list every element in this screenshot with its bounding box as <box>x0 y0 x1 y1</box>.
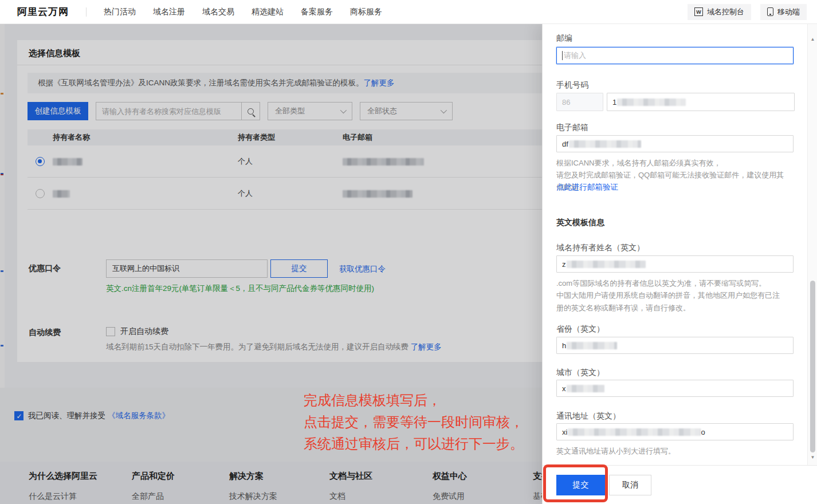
icann-notice-text: 根据《互联网域名管理办法》及ICANN政策要求，注册域名需使用实名并完成邮箱验证… <box>38 78 364 88</box>
masked-holder-name <box>53 158 83 166</box>
country-code-input[interactable]: 86 <box>556 93 603 111</box>
nav-item-site-builder[interactable]: 精选建站 <box>252 7 284 17</box>
city-prefix: x <box>562 384 566 393</box>
domain-console-label: 域名控制台 <box>707 7 744 17</box>
scroll-down-icon[interactable]: ▼ <box>808 452 817 462</box>
holder-name-en-input[interactable]: z <box>556 255 794 273</box>
promo-submit-button[interactable]: 提交 <box>270 259 328 278</box>
terms-link[interactable]: 《域名服务条款》 <box>108 411 170 421</box>
footer-col-item[interactable]: 技术解决方案 <box>229 491 329 502</box>
footer-col-title: 产品和定价 <box>132 471 229 482</box>
footer-col-item[interactable]: 文档 <box>329 491 433 502</box>
domain-console-button[interactable]: W 域名控制台 <box>688 4 751 20</box>
phone-label: 手机号码 <box>556 80 588 90</box>
email-note-1: 根据ICANN要求，域名持有人邮箱必须真实有效， <box>556 157 785 169</box>
english-template-section-title: 英文模板信息 <box>556 218 604 228</box>
province-en-label: 省份（英文） <box>556 324 604 334</box>
footer-column: 产品和定价 全部产品 <box>132 462 229 504</box>
status-filter-select[interactable]: 全部状态 <box>360 102 453 120</box>
country-code-value: 86 <box>562 98 570 107</box>
scrollbar-thumb[interactable] <box>810 281 815 452</box>
promo-code-input[interactable] <box>106 259 268 278</box>
phone-number-input[interactable]: 1 <box>607 93 795 111</box>
masked-address-en <box>568 428 701 436</box>
masked-province-en <box>567 342 617 349</box>
city-en-label: 城市（英文） <box>556 368 604 378</box>
get-promo-code-link[interactable]: 获取优惠口令 <box>339 264 386 274</box>
holder-name-prefix: z <box>562 260 566 269</box>
mobile-app-button[interactable]: 移动端 <box>760 4 807 20</box>
masked-email-value <box>569 140 641 148</box>
search-button[interactable] <box>241 103 260 120</box>
address-prefix: xi <box>562 428 567 436</box>
nav-item-trademark-service[interactable]: 商标服务 <box>350 7 382 17</box>
email-verify-link[interactable]: 点此进行邮箱验证 <box>556 182 618 192</box>
template-controls-row: 创建信息模板 全部类型 全部状态 <box>28 102 453 120</box>
promo-note: 英文.cn注册首年29元(单笔订单限量＜5，且不与同产品代金券等优惠同时使用) <box>106 284 374 294</box>
email-prefix: df <box>562 140 568 148</box>
holder-name-en-label: 域名持有者姓名（英文） <box>556 243 645 253</box>
chevron-down-icon <box>441 107 447 113</box>
template-search-box <box>96 102 260 120</box>
nav-menu: 热门活动 域名注册 域名交易 精选建站 备案服务 商标服务 <box>104 7 382 17</box>
window-edge-artifact <box>1 345 3 346</box>
auto-renew-description-text: 域名到期前15天自动扣除下一年费用。为了避免到期后域名无法使用，建议开启自动续费 <box>106 342 408 351</box>
masked-phone-number <box>617 99 686 106</box>
section-title: 选择信息模板 <box>29 48 80 59</box>
annotation-line: 系统通过审核后，可以进行下一步。 <box>304 433 524 455</box>
masked-email <box>343 158 424 166</box>
footer-col-title: 为什么选择阿里云 <box>29 471 132 482</box>
mobile-phone-icon <box>767 7 773 16</box>
masked-holder-name <box>53 190 70 198</box>
text-caret <box>562 51 563 60</box>
city-en-input[interactable]: x <box>556 380 794 397</box>
holder-type-cell: 个人 <box>238 188 343 199</box>
type-filter-select[interactable]: 全部类型 <box>268 102 352 120</box>
email-input[interactable]: df <box>556 135 794 152</box>
learn-more-link[interactable]: 了解更多 <box>364 78 395 88</box>
province-en-input[interactable]: h <box>556 337 794 354</box>
tutorial-annotation-text: 完成信息模板填写后， 点击提交，需要等待一段时间审核， 系统通过审核后，可以进行… <box>304 389 524 455</box>
footer-col-item[interactable]: 全部产品 <box>132 491 229 502</box>
promo-code-label: 优惠口令 <box>29 263 61 274</box>
row-radio-unselected[interactable] <box>36 189 45 198</box>
auto-renew-description: 域名到期前15天自动扣除下一年费用。为了避免到期后域名无法使用，建议开启自动续费… <box>106 342 442 352</box>
status-filter-value: 全部状态 <box>367 106 397 116</box>
drawer-cancel-button[interactable]: 取消 <box>609 475 651 495</box>
auto-renew-learn-more-link[interactable]: 了解更多 <box>411 342 442 351</box>
province-prefix: h <box>562 341 566 350</box>
masked-email <box>343 190 413 198</box>
nav-right-group: W 域名控制台 移动端 <box>688 4 807 20</box>
auto-renew-checkbox-label: 开启自动续费 <box>120 326 168 337</box>
template-search-input[interactable] <box>96 103 241 120</box>
search-icon <box>248 108 254 115</box>
agreement-text: 我已阅读、理解并接受 <box>28 411 105 421</box>
type-filter-value: 全部类型 <box>275 106 305 116</box>
nav-item-domain-trade[interactable]: 域名交易 <box>202 7 234 17</box>
postal-code-input[interactable]: 请输入 <box>556 47 794 64</box>
auto-renew-label: 自动续费 <box>29 328 61 338</box>
footer-column: 权益中心 免费试用 <box>433 462 533 504</box>
postal-code-label: 邮编 <box>556 33 572 44</box>
footer-col-item[interactable]: 什么是云计算 <box>29 491 132 502</box>
mobile-app-label: 移动端 <box>777 7 800 17</box>
scroll-up-icon[interactable]: ▲ <box>808 34 817 44</box>
holder-type-cell: 个人 <box>238 156 343 167</box>
drawer-scrollbar[interactable]: ▲ ▼ <box>807 24 817 465</box>
address-en-input[interactable]: xi o <box>556 423 794 440</box>
footer-column: 为什么选择阿里云 什么是云计算 <box>29 462 132 504</box>
chevron-down-icon <box>340 107 347 113</box>
nav-item-hot-activities[interactable]: 热门活动 <box>104 7 136 17</box>
nav-item-domain-register[interactable]: 域名注册 <box>153 7 185 17</box>
drawer-submit-button[interactable]: 提交 <box>556 475 605 495</box>
masked-holder-name-en <box>567 261 646 268</box>
nav-item-icp-service[interactable]: 备案服务 <box>301 7 333 17</box>
agreement-row: 我已阅读、理解并接受 《域名服务条款》 <box>14 411 170 421</box>
agreement-checkbox[interactable] <box>14 411 23 420</box>
row-radio-selected[interactable] <box>36 157 45 166</box>
annotation-line: 完成信息模板填写后， <box>304 389 524 411</box>
footer-col-item[interactable]: 免费试用 <box>433 491 533 502</box>
auto-renew-checkbox[interactable] <box>106 327 115 336</box>
create-template-button[interactable]: 创建信息模板 <box>28 102 88 120</box>
site-logo[interactable]: 阿里云万网 <box>17 5 69 18</box>
